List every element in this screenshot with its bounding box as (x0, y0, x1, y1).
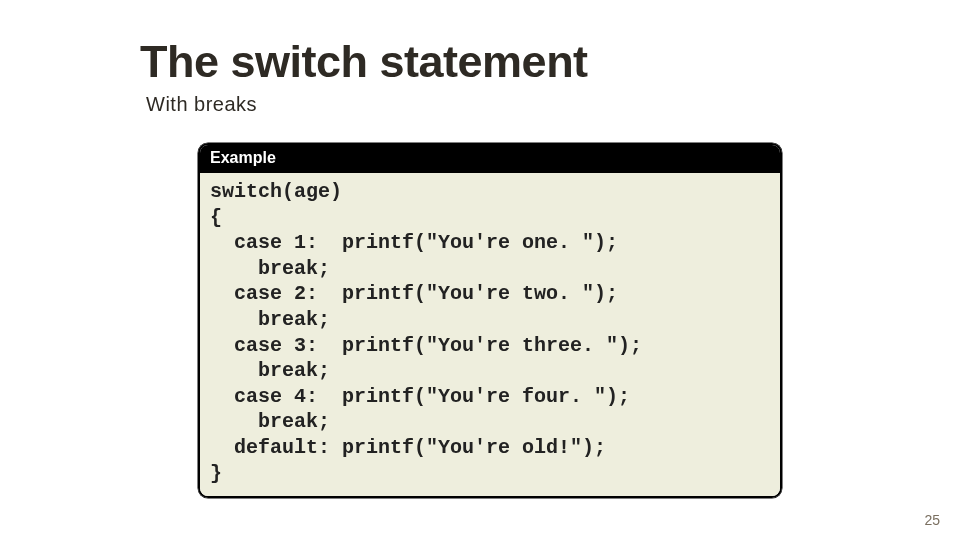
example-header: Example (200, 145, 780, 173)
slide-subtitle: With breaks (146, 93, 257, 116)
page-number: 25 (924, 512, 940, 528)
example-body: switch(age) { case 1: printf("You're one… (200, 173, 780, 496)
slide-title: The switch statement (140, 36, 588, 88)
example-box: Example switch(age) { case 1: printf("Yo… (198, 143, 782, 498)
code-block: switch(age) { case 1: printf("You're one… (210, 179, 770, 486)
slide: The switch statement With breaks Example… (0, 0, 960, 540)
